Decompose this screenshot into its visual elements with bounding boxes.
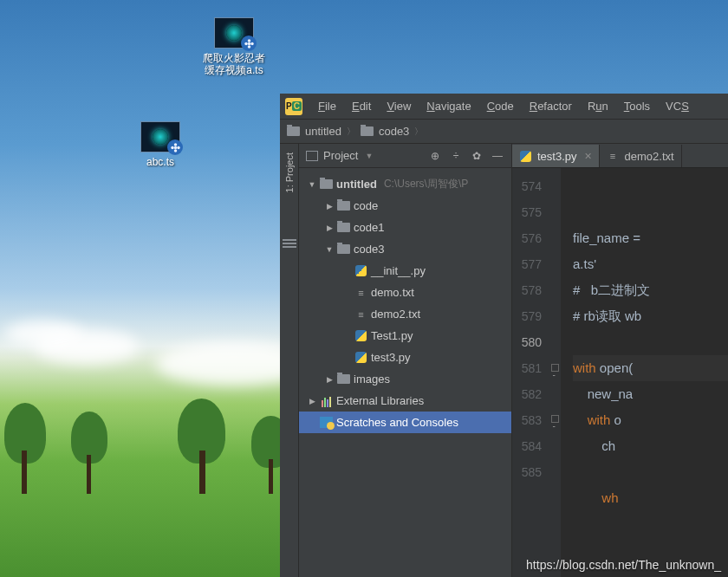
editor-tab-bar: test3.py ✕ demo2.txt [512, 144, 728, 168]
tree-file-init[interactable]: __init__.py [299, 260, 511, 282]
pycharm-window: PC File Edit View Navigate Code Refactor… [280, 94, 728, 577]
project-view-icon [306, 151, 318, 161]
tree-decor [199, 451, 205, 494]
desktop-icon-label: abc.ts [146, 156, 174, 168]
tree-decor [22, 451, 27, 494]
tree-file-test1[interactable]: Test1.py [299, 325, 511, 347]
menu-edit[interactable]: Edit [345, 100, 378, 113]
structure-tool-tab[interactable] [283, 239, 296, 251]
tree-file-test3[interactable]: test3.py [299, 347, 511, 368]
project-tool-tab[interactable]: 1: Project [284, 149, 295, 196]
menu-tools[interactable]: Tools [617, 100, 657, 113]
tool-window-bar: 1: Project [280, 144, 299, 577]
project-tree: untitled C:\Users\周智俊\P code code1 code3 [299, 168, 511, 438]
breadcrumb-item[interactable]: untitled [305, 125, 341, 138]
project-panel: Project ▼ ⊕ ÷ ✿ — untitled C:\Users\周智俊\… [299, 144, 512, 577]
close-icon[interactable]: ✕ [584, 151, 592, 162]
tree-node-code[interactable]: code [299, 195, 511, 217]
python-file-icon [354, 330, 367, 342]
line-gutter: 574 575 576 577 578 579 580 581 582 583 … [512, 168, 549, 577]
tree-node-root[interactable]: untitled C:\Users\周智俊\P [299, 173, 511, 195]
folder-icon [337, 201, 350, 211]
menu-code[interactable]: Code [480, 100, 521, 113]
text-file-icon [607, 150, 620, 162]
watermark: https://blog.csdn.net/The_unknown_ [526, 558, 721, 572]
editor-tab-demo2[interactable]: demo2.txt [600, 145, 682, 167]
menu-view[interactable]: View [380, 100, 418, 113]
menu-file[interactable]: File [311, 100, 343, 113]
editor-tab-test3[interactable]: test3.py ✕ [512, 145, 600, 167]
code-lines[interactable]: file_name = a.ts' # b二进制文 # rb读取 wb with… [561, 168, 728, 577]
tree-decor [269, 459, 273, 494]
folder-icon [337, 374, 350, 384]
menu-navigate[interactable]: Navigate [419, 100, 478, 113]
locate-icon[interactable]: ⊕ [428, 150, 442, 162]
tree-scratches[interactable]: Scratches and Consoles [299, 412, 511, 433]
project-panel-title: Project [323, 149, 358, 162]
editor-panel: test3.py ✕ demo2.txt 574 575 576 577 578… [512, 144, 728, 577]
tree-decor [87, 455, 91, 494]
chevron-right-icon: 〉 [347, 126, 355, 138]
tree-node-code3[interactable]: code3 [299, 238, 511, 260]
video-file-icon [140, 121, 180, 152]
folder-icon [361, 126, 374, 136]
scratches-icon [320, 417, 333, 428]
folder-icon [337, 244, 350, 254]
desktop-icon-video1[interactable]: 爬取火影忍者缓存视频a.ts [199, 17, 269, 76]
breadcrumb-item[interactable]: code3 [379, 125, 409, 138]
library-icon [320, 395, 333, 407]
text-file-icon [354, 308, 367, 321]
chevron-right-icon: 〉 [414, 126, 423, 138]
folder-icon [320, 179, 333, 189]
python-file-icon [354, 265, 367, 277]
app-icon: PC [285, 98, 302, 115]
menu-run[interactable]: Run [581, 100, 615, 113]
tree-file-demo2[interactable]: demo2.txt [299, 303, 511, 325]
cloud-decor [4, 321, 82, 347]
gear-icon[interactable]: ✿ [470, 150, 484, 162]
tree-node-images[interactable]: images [299, 368, 511, 390]
desktop-icon-label: 爬取火影忍者缓存视频a.ts [203, 52, 265, 76]
python-file-icon [354, 352, 367, 364]
menu-vcs[interactable]: VCS [659, 100, 696, 113]
collapse-icon[interactable]: ÷ [449, 150, 463, 162]
video-file-icon [214, 17, 254, 49]
menubar: PC File Edit View Navigate Code Refactor… [280, 94, 728, 120]
fold-gutter [549, 168, 561, 577]
project-panel-header: Project ▼ ⊕ ÷ ✿ — [299, 144, 511, 168]
python-file-icon [519, 150, 532, 162]
tree-file-demo[interactable]: demo.txt [299, 282, 511, 303]
chevron-down-icon[interactable]: ▼ [365, 152, 373, 160]
hide-icon[interactable]: — [491, 150, 504, 162]
tree-node-code1[interactable]: code1 [299, 217, 511, 238]
breadcrumb: untitled 〉 code3 〉 [280, 120, 728, 144]
folder-icon [337, 223, 350, 232]
text-file-icon [354, 287, 367, 299]
tree-external-libs[interactable]: External Libraries [299, 390, 511, 412]
desktop-icon-video2[interactable]: abc.ts [126, 121, 195, 168]
menu-refactor[interactable]: Refactor [523, 100, 579, 113]
code-editor[interactable]: 574 575 576 577 578 579 580 581 582 583 … [512, 168, 728, 577]
folder-icon [287, 126, 300, 136]
